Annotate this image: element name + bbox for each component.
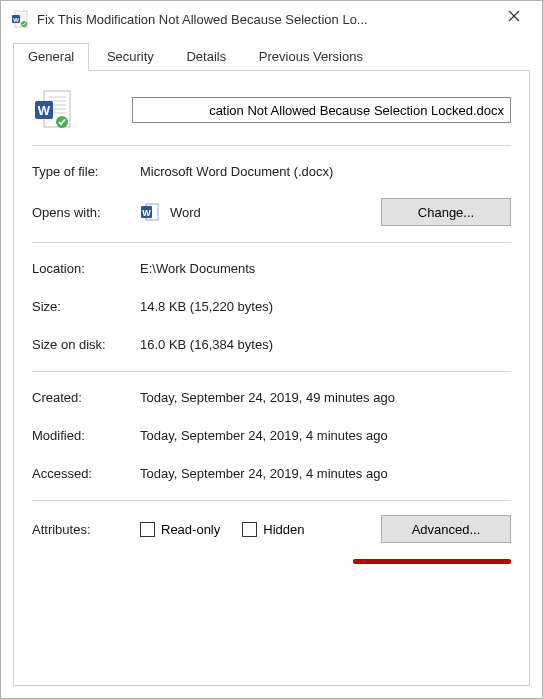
divider bbox=[32, 242, 511, 243]
change-button[interactable]: Change... bbox=[381, 198, 511, 226]
word-app-icon: W bbox=[140, 202, 160, 222]
titlebar: W Fix This Modification Not Allowed Beca… bbox=[1, 1, 542, 37]
word-file-icon: W bbox=[11, 10, 29, 28]
divider bbox=[32, 500, 511, 501]
created-label: Created: bbox=[32, 390, 140, 405]
size-on-disk-value: 16.0 KB (16,384 bytes) bbox=[140, 337, 511, 352]
modified-label: Modified: bbox=[32, 428, 140, 443]
size-value: 14.8 KB (15,220 bytes) bbox=[140, 299, 511, 314]
tab-panel-general: W Type of file: Microsoft Word Document … bbox=[13, 71, 530, 686]
opens-with-app: Word bbox=[170, 205, 201, 220]
accessed-label: Accessed: bbox=[32, 466, 140, 481]
readonly-checkbox[interactable]: Read-only bbox=[140, 522, 220, 537]
advanced-button[interactable]: Advanced... bbox=[381, 515, 511, 543]
checkbox-icon bbox=[242, 522, 257, 537]
tab-general[interactable]: General bbox=[13, 43, 89, 71]
hidden-label: Hidden bbox=[263, 522, 304, 537]
size-on-disk-label: Size on disk: bbox=[32, 337, 140, 352]
svg-text:W: W bbox=[38, 103, 51, 118]
tabs: General Security Details Previous Versio… bbox=[13, 43, 530, 71]
modified-value: Today, September 24, 2019, 4 minutes ago bbox=[140, 428, 511, 443]
tab-details[interactable]: Details bbox=[171, 43, 241, 70]
opens-with-label: Opens with: bbox=[32, 205, 140, 220]
window-title: Fix This Modification Not Allowed Becaus… bbox=[37, 12, 491, 27]
properties-dialog: W Fix This Modification Not Allowed Beca… bbox=[0, 0, 543, 699]
size-label: Size: bbox=[32, 299, 140, 314]
highlight-underline bbox=[353, 559, 511, 564]
tab-previous-versions[interactable]: Previous Versions bbox=[244, 43, 378, 70]
svg-text:W: W bbox=[13, 17, 19, 23]
filename-input[interactable] bbox=[132, 97, 511, 123]
checkbox-icon bbox=[140, 522, 155, 537]
type-of-file-value: Microsoft Word Document (.docx) bbox=[140, 164, 511, 179]
close-button[interactable] bbox=[491, 1, 536, 31]
svg-text:W: W bbox=[142, 208, 151, 218]
divider bbox=[32, 371, 511, 372]
type-of-file-label: Type of file: bbox=[32, 164, 140, 179]
location-label: Location: bbox=[32, 261, 140, 276]
divider bbox=[32, 145, 511, 146]
created-value: Today, September 24, 2019, 49 minutes ag… bbox=[140, 390, 511, 405]
tab-security[interactable]: Security bbox=[92, 43, 169, 70]
readonly-label: Read-only bbox=[161, 522, 220, 537]
accessed-value: Today, September 24, 2019, 4 minutes ago bbox=[140, 466, 511, 481]
attributes-label: Attributes: bbox=[32, 522, 140, 537]
location-value: E:\Work Documents bbox=[140, 261, 511, 276]
hidden-checkbox[interactable]: Hidden bbox=[242, 522, 304, 537]
word-document-icon: W bbox=[32, 89, 74, 131]
